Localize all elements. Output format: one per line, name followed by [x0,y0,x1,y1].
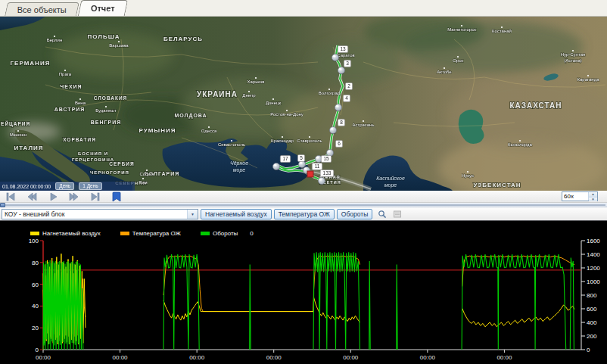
route-waypoint-pin[interactable] [298,160,305,168]
city-dot [255,77,257,79]
speed-input[interactable] [562,192,588,201]
timeline-thumb[interactable] [0,203,5,207]
legend-item: Нагнетаемый воздух [30,230,101,237]
playback-date-overlay: 01.08.2022 00:00:00 День 1 День [0,182,135,191]
route-waypoint-pin[interactable] [272,163,279,170]
right-axis-tick-label: 0 [587,347,590,353]
play-button[interactable] [47,191,58,201]
route-marker-label[interactable]: 8 [338,119,344,126]
toggle-supply-air-button[interactable]: Нагнетаемый воздух [201,209,272,219]
svg-text:6: 6 [338,141,341,146]
city-dot [444,67,445,69]
country-label: МОЛДОВА [174,113,207,119]
marker-button[interactable] [111,191,122,201]
right-axis-tick-label: 600 [587,306,597,313]
map-canvas[interactable]: ЧёрноемореКаспийскоемореГЕРМАНИЯПОЛЬШАБЕ… [0,17,607,191]
city-dot [248,91,250,92]
country-label: КАЗАХСТАН [510,101,562,110]
route-waypoint-pin[interactable] [338,67,344,74]
series-Нагнетаемый воздух [43,254,574,344]
city-label: Волгоград [319,91,341,95]
legend-swatch [201,232,210,235]
country-label: ЧЕХИЯ [60,84,82,89]
map-view[interactable]: ЧёрноемореКаспийскоемореГЕРМАНИЯПОЛЬШАБЕ… [0,17,607,191]
x-axis-tick-label: 00:00 [113,354,129,361]
playback-timeline[interactable] [0,203,607,207]
spin-down-button[interactable]: ▼ [589,197,597,202]
step-forward-button[interactable] [68,191,79,201]
tab-report[interactable]: Отчет [78,0,128,16]
right-axis-tick-label: 1000 [587,278,600,285]
device-select-value: КОУ - внешний блок [5,210,187,218]
city-label: Ростов-на-Дону [270,112,304,117]
svg-text:2: 2 [347,83,350,89]
country-label: ХОРВАТИЯ [63,137,96,142]
svg-text:17: 17 [282,156,288,161]
city-label: Караганда [577,77,599,82]
route-marker-label[interactable]: 3 [344,60,350,67]
current-position-marker[interactable] [307,171,313,177]
route-marker-label[interactable]: 5 [297,154,304,161]
range-button[interactable]: 1 День [79,182,101,190]
country-label: АВСТРИЯ [54,107,86,112]
city-label: Кызылорда [508,142,532,147]
toggle-rpm-button[interactable]: Обороты [337,209,372,219]
country-label: СЛОВАКИЯ [94,95,128,101]
city-label: Актобе [437,70,452,74]
step-back-button[interactable] [26,191,37,201]
city-dot [572,50,574,51]
toggle-coolant-temp-button[interactable]: Температура ОЖ [274,209,335,219]
legend-label: Нагнетаемый воздух [42,230,101,237]
city-dot [286,110,288,111]
app-window: Все объекты Отчет [0,0,607,364]
route-marker-label[interactable]: 15 [321,155,331,162]
telemetry-chart[interactable]: Нагнетаемый воздухТемпература ОЖОбороты0… [0,221,607,364]
country-label: СЕРБИЯ [109,161,134,166]
route-marker-label[interactable]: 13 [338,45,347,52]
skip-end-button[interactable] [89,191,101,201]
route-marker-label[interactable]: 4 [343,95,350,101]
route-marker-label[interactable]: 11 [312,163,322,170]
city-label: Днепр [242,93,256,98]
x-axis-tick-label: 00:00 [266,354,282,361]
export-button[interactable] [392,209,403,219]
city-label: Рим [139,180,147,185]
city-label: Донецк [266,101,282,105]
city-label: Ставрополь [297,138,322,143]
tab-all-objects[interactable]: Все объекты [5,2,79,16]
tab-all-objects-label: Все объекты [17,5,67,14]
country-label: ИТАЛИЯ [14,145,43,151]
legend-item: Обороты0 [201,230,254,237]
skip-start-button[interactable] [5,191,16,201]
series-Обороты [43,252,574,350]
svg-text:3: 3 [346,61,349,66]
device-select[interactable]: КОУ - внешний блок ▼ [2,209,198,219]
day-button[interactable]: День [55,182,74,190]
city-dot [309,136,310,138]
city-label: Краснодар [271,138,294,143]
route-waypoint-pin[interactable] [329,126,336,134]
chart-plot[interactable]: 1008060402001600140012001000800600400200… [0,221,607,364]
timeline-track[interactable] [2,204,605,206]
route-marker-label[interactable]: 17 [280,155,290,162]
city-dot [208,126,210,128]
route-waypoint-pin[interactable] [318,177,325,185]
route-marker-label[interactable]: 133 [320,170,334,176]
left-axis-tick-label: 80 [32,260,39,266]
city-dot [17,130,19,132]
left-axis-tick-label: 100 [29,238,39,244]
legend-swatch [30,232,39,235]
city-dot [328,89,330,90]
city-label: Костанай [492,29,512,33]
route-marker-label[interactable]: 2 [345,82,352,89]
x-axis-tick-label: 00:00 [496,354,512,361]
city-label: Нур-Султан(Астана) [561,52,586,63]
x-axis-tick-label: 00:00 [189,354,205,361]
route-waypoint-pin[interactable] [332,54,338,61]
city-dot [457,56,459,58]
city-dot [142,178,144,179]
route-waypoint-pin[interactable] [335,104,341,111]
zoom-search-button[interactable] [377,209,388,219]
country-label: УЗБЕКИСТАН [473,182,521,188]
route-marker-label[interactable]: 6 [335,140,342,147]
